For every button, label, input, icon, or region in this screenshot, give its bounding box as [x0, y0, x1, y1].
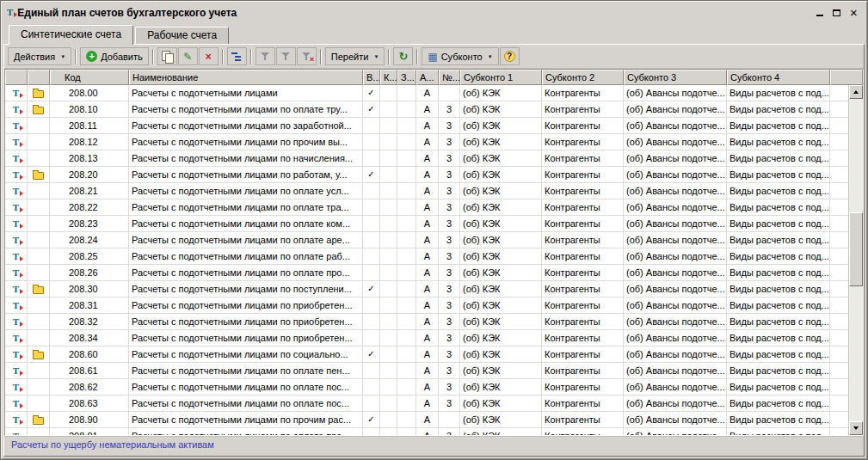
- table-row[interactable]: Т208.60Расчеты с подотчетными лицами по …: [5, 347, 848, 363]
- cell-subkonto-3: (об) Авансы подотче...: [624, 412, 727, 428]
- table-row[interactable]: Т208.61Расчеты с подотчетными лицами по …: [5, 363, 848, 379]
- folder-icon: [33, 286, 44, 294]
- cell-subkonto-4: Виды расчетов с под...: [727, 85, 830, 101]
- account-code: 208.60: [50, 347, 129, 363]
- toolbar-separator: [222, 49, 224, 64]
- cell-currency-flag: [363, 363, 380, 379]
- cell-folder: [28, 118, 50, 134]
- close-button[interactable]: ×: [846, 6, 861, 19]
- cell-currency-flag: [363, 232, 380, 248]
- minimize-button[interactable]: [812, 6, 827, 19]
- scrollbar-thumb[interactable]: [849, 212, 863, 286]
- delete-button[interactable]: ×: [199, 47, 219, 65]
- account-t-icon: Т: [13, 301, 19, 310]
- table-row[interactable]: Т208.10Расчеты с подотчетными лицами по …: [5, 101, 848, 118]
- add-copy-button[interactable]: [157, 47, 177, 65]
- column-header-icon[interactable]: [5, 70, 28, 85]
- table-row[interactable]: Т208.12Расчеты с подотчетными лицами по …: [5, 134, 848, 150]
- account-code: 208.63: [50, 396, 129, 412]
- cell-filler: [830, 216, 848, 232]
- table-row[interactable]: Т208.20Расчеты с подотчетными лицами по …: [5, 167, 848, 183]
- column-header-v[interactable]: В...: [363, 70, 380, 85]
- filter-by-value-button[interactable]: [276, 47, 296, 65]
- table-row[interactable]: Т208.00Расчеты с подотчетными лицами✓А(о…: [5, 85, 848, 101]
- cell-active-flag: А: [416, 396, 439, 412]
- filter-settings-button[interactable]: [255, 47, 275, 65]
- maximize-button[interactable]: [829, 6, 844, 19]
- cell-subkonto-2: Контрагенты: [542, 281, 624, 297]
- table-row[interactable]: Т208.26Расчеты с подотчетными лицами по …: [5, 265, 848, 281]
- column-header-subkonto-3[interactable]: Субконто 3: [624, 70, 727, 85]
- goto-menu-button[interactable]: Перейти ▼: [325, 47, 385, 65]
- cell-journal-number: [439, 85, 460, 101]
- account-name: Расчеты с подотчетными лицами по оплате …: [129, 379, 363, 396]
- clear-filter-icon: ×: [301, 52, 311, 62]
- cell-journal-number: 3: [439, 134, 460, 150]
- table-row[interactable]: Т208.23Расчеты с подотчетными лицами по …: [5, 216, 848, 232]
- cell-quantity-flag: [380, 396, 397, 412]
- vertical-scrollbar[interactable]: [848, 85, 863, 435]
- table-row[interactable]: Т208.62Расчеты с подотчетными лицами по …: [5, 379, 848, 396]
- cell-subkonto-1: (об) КЭК: [460, 167, 542, 183]
- column-header-naimenovanie[interactable]: Наименование: [129, 70, 363, 85]
- clear-filter-button[interactable]: ×: [297, 47, 317, 65]
- cell-subkonto-4: Виды расчетов с под...: [727, 150, 830, 167]
- cell-offbalance-flag: [397, 281, 416, 297]
- actions-menu-button[interactable]: Действия ▼: [8, 47, 71, 65]
- cell-offbalance-flag: [397, 396, 416, 412]
- hierarchy-view-button[interactable]: [227, 47, 247, 65]
- column-header-nomer[interactable]: №...: [439, 70, 460, 85]
- column-header-kod[interactable]: Код: [50, 70, 129, 85]
- table-row[interactable]: Т208.91Расчеты с подотчетными лицами по …: [5, 428, 848, 435]
- cell-currency-flag: [363, 183, 380, 199]
- table-row[interactable]: Т208.90Расчеты с подотчетными лицами по …: [5, 412, 848, 428]
- table-row[interactable]: Т208.32Расчеты с подотчетными лицами по …: [5, 314, 848, 330]
- current-account-description: Расчеты по ущербу нематериальным активам: [11, 439, 214, 450]
- table-row[interactable]: Т208.13Расчеты с подотчетными лицами по …: [5, 150, 848, 167]
- edit-button[interactable]: ✎: [178, 47, 198, 65]
- cell-currency-flag: ✓: [363, 347, 380, 363]
- scroll-down-button[interactable]: [849, 421, 863, 435]
- cell-active-flag: А: [416, 232, 439, 248]
- table-row[interactable]: Т208.25Расчеты с подотчетными лицами по …: [5, 248, 848, 265]
- tab-working-accounts[interactable]: Рабочие счета: [135, 27, 229, 44]
- column-header-z[interactable]: З...: [397, 70, 416, 85]
- tab-synthetic-accounts[interactable]: Синтетические счета: [9, 25, 133, 45]
- toolbar-separator: [152, 49, 154, 64]
- cell-subkonto-4: Виды расчетов с под...: [727, 363, 830, 379]
- column-header-subkonto-4[interactable]: Субконто 4: [727, 70, 830, 85]
- subkonto-menu-button[interactable]: ▦ Субконто ▼: [422, 47, 498, 65]
- add-button[interactable]: Добавить: [80, 47, 149, 65]
- cell-active-flag: А: [416, 134, 439, 150]
- cell-quantity-flag: [380, 330, 397, 347]
- table-row[interactable]: Т208.34Расчеты с подотчетными лицами по …: [5, 330, 848, 347]
- table-row[interactable]: Т208.11Расчеты с подотчетными лицами по …: [5, 118, 848, 134]
- account-t-icon: Т: [13, 170, 19, 180]
- table-row[interactable]: Т208.22Расчеты с подотчетными лицами по …: [5, 199, 848, 216]
- account-name: Расчеты с подотчетными лицами по оплате …: [129, 363, 363, 379]
- cell-folder: [28, 216, 50, 232]
- cell-quantity-flag: [380, 118, 397, 134]
- table-row[interactable]: Т208.63Расчеты с подотчетными лицами по …: [5, 396, 848, 412]
- table-row[interactable]: Т208.24Расчеты с подотчетными лицами по …: [5, 232, 848, 248]
- cell-currency-flag: ✓: [363, 101, 380, 118]
- scroll-up-button[interactable]: [849, 85, 863, 99]
- column-header-subkonto-1[interactable]: Субконто 1: [460, 70, 542, 85]
- column-header-k[interactable]: К...: [380, 70, 397, 85]
- cell-currency-flag: ✓: [363, 281, 380, 297]
- cell-subkonto-2: Контрагенты: [542, 428, 624, 435]
- cell-subkonto-4: Виды расчетов с под...: [727, 347, 830, 363]
- table-row[interactable]: Т208.21Расчеты с подотчетными лицами по …: [5, 183, 848, 199]
- account-t-icon: Т: [13, 350, 19, 359]
- column-header-subkonto-2[interactable]: Субконто 2: [542, 70, 624, 85]
- column-header-a[interactable]: А...: [416, 70, 439, 85]
- column-header-folder[interactable]: [28, 70, 50, 85]
- cell-subkonto-1: (об) КЭК: [460, 183, 542, 199]
- cell-folder: [28, 396, 50, 412]
- cell-journal-number: 3: [439, 101, 460, 118]
- help-button[interactable]: ?: [500, 47, 520, 65]
- table-row[interactable]: Т208.30Расчеты с подотчетными лицами по …: [5, 281, 848, 297]
- table-row[interactable]: Т208.31Расчеты с подотчетными лицами по …: [5, 297, 848, 314]
- cell-folder: [28, 363, 50, 379]
- refresh-button[interactable]: ↻: [393, 47, 413, 65]
